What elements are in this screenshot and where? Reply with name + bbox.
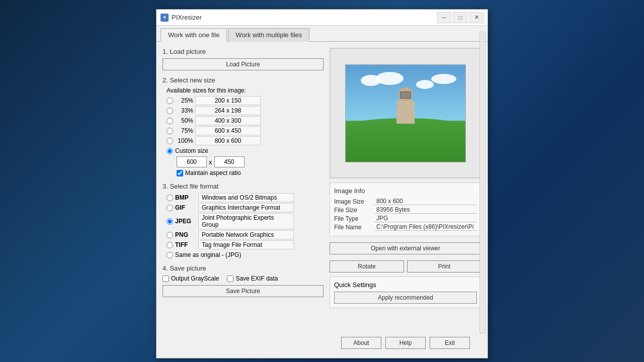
size-radio-100[interactable]: [167, 138, 173, 144]
about-button[interactable]: About: [341, 337, 381, 349]
size-radio-50[interactable]: [167, 118, 173, 124]
info-row-filesize: File Size 83956 Bytes: [334, 206, 477, 214]
action-buttons: Open with external viewer: [330, 242, 481, 254]
tab-one-file[interactable]: Work with one file: [160, 28, 227, 42]
size-row-33: 33% 264 x 198: [167, 106, 324, 115]
size-dim-50: 400 x 300: [195, 116, 261, 125]
quick-settings-title: Quick Settings: [334, 281, 477, 289]
image-info-title: Image Info: [334, 187, 477, 195]
load-section: 1. Load picture Load Picture: [163, 48, 324, 70]
tab-multiple-files[interactable]: Work with multiple files: [228, 28, 309, 42]
same-as-original-row: Same as original - (JPG): [167, 251, 324, 258]
size-pct-75: 75%: [175, 127, 193, 134]
format-row-jpeg: JPEG Joint Photographic Experts Group: [167, 213, 324, 229]
size-radio-75[interactable]: [167, 128, 173, 134]
format-section: 3. Select file format BMP Windows and OS…: [163, 183, 324, 258]
format-desc-tiff: Tag Image File Format: [198, 240, 294, 249]
size-section: 2. Select new size Available sizes for t…: [163, 76, 324, 176]
info-val-filesize: 83956 Bytes: [374, 206, 477, 214]
cloud-4: [431, 74, 456, 84]
bottom-buttons: About Help Exit: [330, 334, 481, 349]
main-window: ✦ PIXresizer ─ □ ✕ Work with one file Wo…: [156, 9, 488, 358]
size-row-100: 100% 800 x 600: [167, 136, 324, 145]
aspect-ratio-checkbox[interactable]: [177, 170, 183, 176]
info-row-size: Image Size 800 x 600: [334, 198, 477, 205]
size-label: 2. Select new size: [163, 76, 324, 84]
format-row-png: PNG Portable Network Graphics: [167, 230, 324, 239]
format-row-bmp: BMP Windows and OS/2 Bitmaps: [167, 193, 324, 202]
save-picture-button[interactable]: Save Picture: [163, 285, 324, 297]
size-row-50: 50% 400 x 300: [167, 116, 324, 125]
person-body: [396, 101, 415, 124]
grayscale-checkbox[interactable]: [163, 276, 169, 282]
size-row-25: 25% 200 x 150: [167, 96, 324, 105]
size-dim-33: 264 x 198: [195, 106, 261, 115]
size-dim-25: 200 x 150: [195, 96, 261, 105]
close-button[interactable]: ✕: [469, 12, 484, 23]
format-desc-png: Portable Network Graphics: [198, 230, 294, 239]
custom-height-input[interactable]: [214, 156, 245, 167]
scrollbar[interactable]: [479, 32, 486, 333]
exif-checkbox[interactable]: [227, 276, 233, 282]
cloud-2: [376, 72, 404, 85]
app-icon: ✦: [160, 14, 169, 22]
size-dim-100: 800 x 600: [195, 136, 261, 145]
format-radio-png[interactable]: [167, 232, 173, 238]
format-name-png: PNG: [175, 231, 196, 238]
format-label: 3. Select file format: [163, 183, 324, 190]
format-row-gif: GIF Graphics Interchange Format: [167, 203, 324, 212]
format-name-gif: GIF: [175, 204, 196, 211]
format-name-tiff: TIFF: [175, 241, 196, 248]
left-panel: 1. Load picture Load Picture 2. Select n…: [163, 48, 324, 349]
cloud-3: [416, 80, 434, 89]
person-camera: [400, 92, 411, 99]
save-checkboxes: Output GrayScale Save EXIF data: [163, 275, 324, 282]
custom-width-input[interactable]: [177, 156, 207, 167]
size-radio-33[interactable]: [167, 108, 173, 114]
size-pct-100: 100%: [175, 137, 193, 144]
format-name-bmp: BMP: [175, 194, 196, 201]
custom-size-label: Custom size: [175, 147, 208, 154]
minimize-button[interactable]: ─: [437, 12, 451, 23]
tab-bar: Work with one file Work with multiple fi…: [156, 26, 488, 42]
format-radio-tiff[interactable]: [167, 242, 173, 248]
size-pct-50: 50%: [175, 117, 193, 124]
image-preview: [330, 48, 481, 178]
format-desc-bmp: Windows and OS/2 Bitmaps: [198, 193, 294, 202]
maximize-button[interactable]: □: [453, 12, 467, 23]
info-key-size: Image Size: [334, 198, 374, 205]
window-title: PIXresizer: [172, 14, 434, 21]
format-desc-jpeg: Joint Photographic Experts Group: [198, 213, 294, 229]
info-key-filesize: File Size: [334, 207, 374, 214]
window-controls: ─ □ ✕: [437, 12, 484, 23]
format-desc-gif: Graphics Interchange Format: [198, 203, 294, 212]
size-pct-33: 33%: [175, 107, 193, 114]
person-head: [398, 87, 413, 102]
apply-recommended-button[interactable]: Apply recommended: [334, 292, 477, 304]
grayscale-label: Output GrayScale: [171, 275, 219, 282]
exif-label: Save EXIF data: [235, 275, 278, 282]
help-button[interactable]: Help: [385, 337, 426, 349]
exit-button[interactable]: Exit: [430, 337, 470, 349]
info-key-filetype: File Type: [334, 215, 374, 222]
format-radio-jpeg[interactable]: [167, 218, 173, 225]
size-pct-25: 25%: [175, 97, 193, 104]
format-row-tiff: TIFF Tag Image File Format: [167, 240, 324, 249]
format-name-jpeg: JPEG: [175, 218, 196, 225]
info-row-filename: File Name C:\Program Files (x86)\PIXresi…: [334, 223, 477, 231]
info-val-filename: C:\Program Files (x86)\PIXresizer\Pi: [374, 223, 477, 231]
size-radio-25[interactable]: [167, 98, 173, 104]
format-radio-gif[interactable]: [167, 205, 173, 211]
save-label: 4. Save picture: [163, 264, 324, 272]
aspect-ratio-row: Maintain aspect ratio: [177, 169, 324, 176]
main-content: 1. Load picture Load Picture 2. Select n…: [156, 42, 488, 355]
format-radio-bmp[interactable]: [167, 195, 173, 201]
open-viewer-button[interactable]: Open with external viewer: [330, 242, 481, 254]
size-radio-custom[interactable]: [167, 148, 173, 154]
load-picture-button[interactable]: Load Picture: [163, 58, 324, 70]
rotate-button[interactable]: Rotate: [330, 260, 404, 273]
save-section: 4. Save picture Output GrayScale Save EX…: [163, 264, 324, 297]
format-radio-same[interactable]: [167, 252, 173, 258]
info-val-size: 800 x 600: [374, 198, 477, 205]
print-button[interactable]: Print: [407, 260, 481, 273]
